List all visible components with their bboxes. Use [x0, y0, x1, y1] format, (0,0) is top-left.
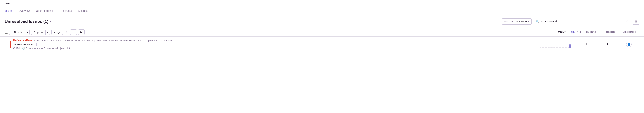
- table-controls: ✓ Resolve ▾ ⏱ Ignore ▾ Merge ☆ ... ▶: [4, 29, 538, 35]
- ignore-dropdown-button[interactable]: ▾: [46, 30, 50, 35]
- top-bar: vue ▾ ☆: [0, 0, 644, 7]
- resolve-btn-group: ✓ Resolve ▾: [9, 30, 30, 35]
- graph-bar: [556, 47, 557, 48]
- graph-bar: [565, 47, 566, 48]
- issues-table: ✓ Resolve ▾ ⏱ Ignore ▾ Merge ☆ ... ▶ GRA…: [0, 28, 644, 52]
- header-controls: Sort by: Last Seen ▾ 🔍 ✕ ⊟: [502, 18, 640, 25]
- issue-assignee: 👤 ▾: [620, 42, 640, 47]
- sort-label: Sort by:: [504, 20, 514, 23]
- ignore-label: ⏱ Ignore: [33, 31, 44, 34]
- graph-bar: [560, 47, 561, 48]
- issue-time-text: 5 minutes ago — 5 minutes old: [26, 47, 58, 50]
- table-action-bar: ✓ Resolve ▾ ⏱ Ignore ▾ Merge ☆ ... ▶ GRA…: [0, 28, 644, 36]
- ignore-button[interactable]: ⏱ Ignore: [31, 30, 46, 35]
- resolve-button[interactable]: ✓ Resolve: [9, 30, 26, 35]
- org-chevron-icon: ▾: [10, 2, 12, 4]
- nav-item-issues[interactable]: Issues: [4, 7, 16, 15]
- more-button[interactable]: ...: [70, 29, 77, 35]
- page-title-text: Unresolved Issues (1): [4, 19, 48, 24]
- resolve-label: ✓ Resolve: [11, 31, 23, 34]
- table-columns: GRAPH: 24h 14d EVENTS USERS ASSIGNEE: [539, 30, 640, 34]
- graph-bar: [545, 47, 546, 48]
- nav-item-user-feedback[interactable]: User Feedback: [33, 7, 58, 15]
- star-button[interactable]: ☆: [64, 30, 68, 35]
- graph-bar: [557, 47, 558, 48]
- users-column-header: USERS: [601, 31, 620, 33]
- issue-tag: javascript: [60, 47, 70, 50]
- graph-bar: [563, 47, 564, 48]
- graph-bar: [552, 47, 554, 48]
- issue-title-line: ReferenceError webpack-internal:///./nod…: [13, 39, 534, 42]
- graph-bar: [568, 47, 569, 48]
- issue-location: webpack-internal:///./node_modules/babel…: [34, 39, 175, 42]
- assignee-avatar[interactable]: 👤: [626, 42, 632, 47]
- time-14d[interactable]: 14d: [576, 30, 582, 34]
- merge-button[interactable]: Merge: [52, 30, 63, 35]
- issue-meta: VUE-1 🕐 5 minutes ago — 5 minutes old ja…: [13, 47, 534, 50]
- graph-bar: [546, 47, 548, 48]
- search-container: 🔍 ✕: [534, 19, 630, 24]
- graph-bar: [566, 47, 568, 48]
- sort-button[interactable]: Sort by: Last Seen ▾: [502, 18, 532, 25]
- assignee-column-header: ASSIGNEE: [620, 31, 640, 33]
- resolve-dropdown-button[interactable]: ▾: [26, 30, 30, 35]
- row-checkbox[interactable]: [4, 43, 8, 46]
- search-icon: 🔍: [536, 20, 539, 23]
- search-filter-button[interactable]: ⊟: [633, 18, 640, 25]
- page-title-chevron-icon[interactable]: ▾: [50, 20, 51, 23]
- graph-column-header: GRAPH: 24h 14d: [539, 30, 582, 34]
- issue-time: 🕐 5 minutes ago — 5 minutes old: [22, 47, 58, 50]
- graph-bar: [562, 47, 563, 48]
- graph-bar: [540, 47, 541, 48]
- issue-events-count: 1: [577, 42, 596, 46]
- graph-bar: [548, 47, 549, 48]
- issue-main-content: ReferenceError webpack-internal:///./nod…: [13, 39, 534, 50]
- assignee-chevron-icon[interactable]: ▾: [632, 43, 634, 45]
- issue-type-link[interactable]: ReferenceError: [13, 39, 33, 42]
- graph-label: GRAPH:: [558, 30, 568, 34]
- nav-item-settings[interactable]: Settings: [75, 7, 91, 15]
- nav-item-overview[interactable]: Overview: [16, 7, 33, 15]
- table-row[interactable]: ReferenceError webpack-internal:///./nod…: [0, 36, 644, 52]
- ignore-btn-group: ⏱ Ignore ▾: [31, 30, 50, 35]
- graph-bar-last: [570, 44, 570, 48]
- page-title: Unresolved Issues (1) ▾: [4, 19, 51, 24]
- severity-indicator: [10, 41, 11, 48]
- merge-label: Merge: [54, 31, 61, 34]
- sort-value: Last Seen: [515, 20, 527, 23]
- clock-icon: 🕐: [22, 47, 25, 50]
- search-input[interactable]: [541, 20, 624, 23]
- graph-bar: [543, 47, 544, 48]
- graph-bar: [559, 47, 560, 48]
- org-label: vue: [4, 2, 10, 5]
- graph-bar: [542, 47, 543, 48]
- search-clear-icon[interactable]: ✕: [626, 20, 628, 23]
- graph-bar: [554, 47, 555, 48]
- play-button[interactable]: ▶: [78, 29, 84, 35]
- time-24h[interactable]: 24h: [570, 30, 576, 34]
- page-header: Unresolved Issues (1) ▾ Sort by: Last Se…: [0, 15, 644, 28]
- events-column-header: EVENTS: [582, 31, 601, 33]
- graph-bar: [550, 47, 550, 48]
- project-nav: Issues Overview User Feedback Releases S…: [0, 7, 644, 15]
- graph-bar: [551, 47, 552, 48]
- org-star-icon[interactable]: ☆: [14, 1, 16, 5]
- issue-id: VUE-1: [13, 47, 20, 50]
- select-all-checkbox[interactable]: [4, 30, 8, 34]
- issue-graph: [536, 41, 575, 48]
- nav-item-releases[interactable]: Releases: [58, 7, 75, 15]
- sort-chevron-icon: ▾: [528, 20, 529, 23]
- issue-message: hello is not defined: [13, 43, 36, 46]
- org-name[interactable]: vue ▾: [4, 2, 12, 5]
- graph-time-options: 24h 14d: [570, 30, 582, 34]
- issue-users-count: 0: [598, 42, 618, 46]
